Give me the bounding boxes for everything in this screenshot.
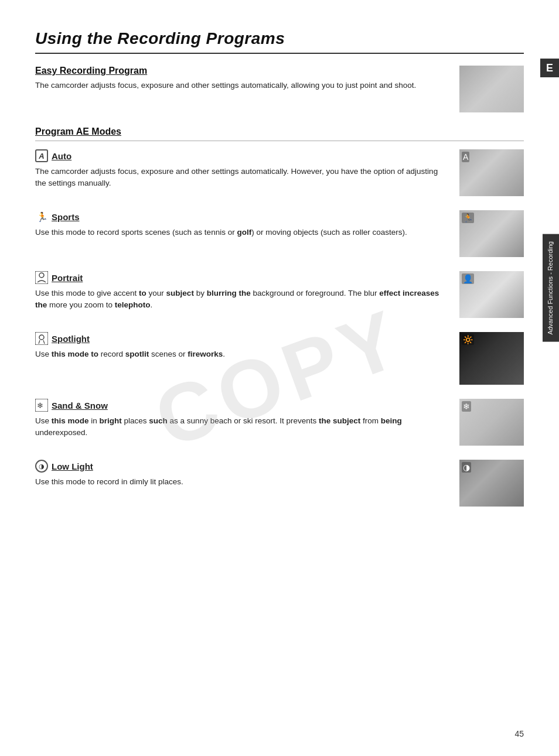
lowlight-row: ◑ Low Light Use this mode to record in d… xyxy=(35,460,524,507)
program-ae-rule xyxy=(35,141,524,141)
auto-icon: A xyxy=(35,149,48,162)
spotlight-heading: Spotlight xyxy=(35,332,448,345)
page-title: Using the Recording Programs xyxy=(35,29,524,48)
spotlight-body: Use this mode to record spotlit scenes o… xyxy=(35,348,448,360)
sand-title: Sand & Snow xyxy=(52,401,108,411)
auto-section: A Auto The camcorder adjusts focus, expo… xyxy=(35,149,524,196)
auto-image-icon: A xyxy=(462,152,469,162)
auto-heading: A Auto xyxy=(35,149,448,162)
sand-icon-svg: ❄ xyxy=(35,399,48,412)
spotlight-image: 🔆 xyxy=(459,332,524,385)
svg-point-1 xyxy=(39,273,44,278)
portrait-icon xyxy=(35,271,48,284)
sand-text: ❄ Sand & Snow Use this mode in bright pl… xyxy=(35,399,459,439)
lowlight-section: ◑ Low Light Use this mode to record in d… xyxy=(35,460,524,507)
easy-recording-section: Easy Recording Program The camcorder adj… xyxy=(35,66,524,112)
sports-image-placeholder: 🏃 xyxy=(459,210,524,257)
lowlight-image: ◑ xyxy=(459,460,524,507)
easy-image-placeholder xyxy=(459,66,524,112)
easy-recording-image xyxy=(459,66,524,112)
lowlight-icon-circle: ◑ xyxy=(35,460,48,473)
sports-icon-svg: 🏃 xyxy=(35,210,48,223)
svg-point-4 xyxy=(39,335,44,340)
lowlight-text: ◑ Low Light Use this mode to record in d… xyxy=(35,460,459,488)
spotlight-title: Spotlight xyxy=(52,334,90,344)
spotlight-image-placeholder: 🔆 xyxy=(459,332,524,385)
auto-image-placeholder: A xyxy=(459,149,524,196)
sand-row: ❄ Sand & Snow Use this mode in bright pl… xyxy=(35,399,524,446)
auto-body: The camcorder adjusts focus, exposure an… xyxy=(35,166,448,190)
sports-text: 🏃 Sports Use this mode to record sports … xyxy=(35,210,459,238)
portrait-image: 👤 xyxy=(459,271,524,318)
auto-row: A Auto The camcorder adjusts focus, expo… xyxy=(35,149,524,196)
spotlight-section: Spotlight Use this mode to record spotli… xyxy=(35,332,524,385)
easy-recording-body: The camcorder adjusts focus, exposure an… xyxy=(35,80,448,91)
sand-section: ❄ Sand & Snow Use this mode in bright pl… xyxy=(35,399,524,446)
sand-body: Use this mode in bright places such as a… xyxy=(35,415,448,439)
auto-text: A Auto The camcorder adjusts focus, expo… xyxy=(35,149,459,190)
svg-rect-3 xyxy=(35,332,48,345)
lowlight-image-placeholder: ◑ xyxy=(459,460,524,507)
lowlight-icon: ◑ xyxy=(35,460,48,473)
spotlight-text: Spotlight Use this mode to record spotli… xyxy=(35,332,459,360)
title-rule xyxy=(35,53,524,54)
spotlight-icon xyxy=(35,332,48,345)
sports-image-icon: 🏃 xyxy=(462,213,474,223)
portrait-image-placeholder: 👤 xyxy=(459,271,524,318)
program-ae-section: Program AE Modes A Auto The camcorder ad… xyxy=(35,126,524,507)
sand-image-placeholder: ❄ xyxy=(459,399,524,446)
side-tab: Advanced Functions - Recording xyxy=(543,234,559,342)
spotlight-icon-svg xyxy=(35,332,48,345)
lowlight-image-icon: ◑ xyxy=(462,462,471,473)
portrait-row: Portrait Use this mode to give accent to… xyxy=(35,271,524,318)
sports-heading: 🏃 Sports xyxy=(35,210,448,223)
portrait-text: Portrait Use this mode to give accent to… xyxy=(35,271,459,312)
sand-image-icon: ❄ xyxy=(462,401,471,412)
portrait-image-icon: 👤 xyxy=(462,273,474,284)
easy-recording-heading: Easy Recording Program xyxy=(35,66,448,76)
e-badge: E xyxy=(540,59,559,77)
auto-title: Auto xyxy=(52,151,71,161)
easy-recording-row: Easy Recording Program The camcorder adj… xyxy=(35,66,524,112)
spotlight-image-icon: 🔆 xyxy=(462,334,474,345)
sports-row: 🏃 Sports Use this mode to record sports … xyxy=(35,210,524,257)
sand-heading: ❄ Sand & Snow xyxy=(35,399,448,412)
lowlight-title: Low Light xyxy=(52,461,93,471)
portrait-section: Portrait Use this mode to give accent to… xyxy=(35,271,524,318)
page-number: 45 xyxy=(514,729,524,738)
svg-text:🏃: 🏃 xyxy=(36,211,48,223)
auto-image: A xyxy=(459,149,524,196)
page: COPY Using the Recording Programs E Easy… xyxy=(0,0,559,756)
sports-title: Sports xyxy=(52,212,80,222)
portrait-icon-svg xyxy=(35,271,48,284)
side-tab-text: Advanced Functions - Recording xyxy=(547,241,554,335)
portrait-body: Use this mode to give accent to your sub… xyxy=(35,288,448,312)
svg-text:❄: ❄ xyxy=(37,401,43,410)
sports-image: 🏃 xyxy=(459,210,524,257)
lowlight-body: Use this mode to record in dimly lit pla… xyxy=(35,476,448,488)
portrait-heading: Portrait xyxy=(35,271,448,284)
sand-icon: ❄ xyxy=(35,399,48,412)
lowlight-heading: ◑ Low Light xyxy=(35,460,448,473)
sand-image: ❄ xyxy=(459,399,524,446)
program-ae-heading: Program AE Modes xyxy=(35,126,524,137)
portrait-title: Portrait xyxy=(52,273,83,283)
easy-recording-text: Easy Recording Program The camcorder adj… xyxy=(35,66,459,91)
auto-icon-box: A xyxy=(35,149,48,162)
sports-section: 🏃 Sports Use this mode to record sports … xyxy=(35,210,524,257)
sports-icon: 🏃 xyxy=(35,210,48,223)
spotlight-row: Spotlight Use this mode to record spotli… xyxy=(35,332,524,385)
sports-body: Use this mode to record sports scenes (s… xyxy=(35,227,448,238)
